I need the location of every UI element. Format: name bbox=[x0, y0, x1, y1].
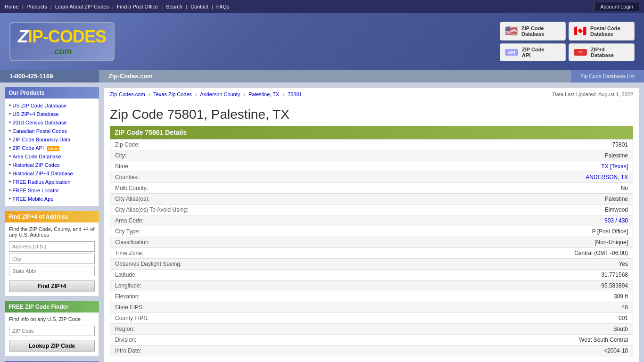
ca-postal-database-button[interactable]: 🇨🇦 Postal CodeDatabase bbox=[569, 22, 635, 41]
page-title: Zip Code 75801, Palestine, TX bbox=[110, 107, 633, 122]
sidebar-item-canadian[interactable]: Canadian Postal Codes bbox=[13, 128, 67, 134]
breadcrumb-75801[interactable]: 75801 bbox=[288, 91, 302, 97]
sidebar-item-area-code[interactable]: Area Code Database bbox=[13, 154, 61, 159]
database-buttons: 🇺🇸 ZIP CodeDatabase 🇨🇦 Postal CodeDataba… bbox=[500, 22, 635, 61]
detail-value: 001 bbox=[205, 313, 633, 324]
detail-value: Palestine bbox=[205, 194, 633, 205]
detail-label: City Alias(es): bbox=[110, 194, 205, 205]
logo-subtitle: .com bbox=[52, 47, 72, 57]
us-flag-icon: 🇺🇸 bbox=[505, 25, 518, 37]
detail-link[interactable]: 903 / 430 bbox=[604, 217, 628, 224]
sidebar-item-census[interactable]: 2010 Census Database bbox=[13, 120, 67, 125]
sidebar: Our Products US ZIP Code Database US ZIP… bbox=[5, 87, 99, 362]
city-input[interactable] bbox=[9, 254, 95, 264]
table-row: Multi County:No bbox=[110, 183, 633, 194]
detail-link[interactable]: ANDERSON, TX bbox=[586, 174, 628, 181]
table-row: County FIPS:001 bbox=[110, 313, 633, 324]
sidebar-item-radius[interactable]: FREE Radius Application bbox=[13, 179, 71, 185]
find-zip4-button[interactable]: Find ZIP+4 bbox=[9, 280, 95, 292]
table-row: Zip Code:75801 bbox=[110, 140, 633, 150]
table-row: State FIPS:48 bbox=[110, 302, 633, 313]
state-input[interactable] bbox=[9, 266, 95, 276]
detail-label: City Type: bbox=[110, 226, 205, 237]
breadcrumb-texas[interactable]: Texas Zip Codes bbox=[153, 91, 192, 97]
detail-label: Time Zone: bbox=[110, 248, 205, 259]
free-finder-body: Find info on any U.S. ZIP Code Lookup ZI… bbox=[5, 313, 99, 356]
phone-number: 1-800-425-1169 bbox=[0, 70, 99, 82]
data-updated: Data Last Updated: August 1, 2022 bbox=[553, 91, 633, 97]
detail-label: Zip Code: bbox=[110, 140, 205, 150]
find-zip4-body: Find the ZIP Code, County, and +4 of any… bbox=[5, 222, 99, 296]
table-row: Longitude:-95.583894 bbox=[110, 280, 633, 291]
detail-label: State: bbox=[110, 161, 205, 172]
nav-home[interactable]: Home bbox=[5, 4, 18, 9]
zip4-icon: +4 bbox=[574, 49, 587, 56]
sidebar-item-mobile-app[interactable]: FREE Mobile App bbox=[13, 196, 54, 202]
detail-label: Elevation: bbox=[110, 291, 205, 302]
account-login-button[interactable]: Account Login bbox=[594, 2, 639, 11]
detail-label: City: bbox=[110, 150, 205, 161]
zip-code-input[interactable] bbox=[9, 326, 95, 336]
detail-label: City Alias(es) To Avoid Using: bbox=[110, 205, 205, 215]
sidebar-item-historical-zip4[interactable]: Historical ZIP+4 Database bbox=[13, 171, 73, 176]
detail-value: 389 ft bbox=[205, 291, 633, 302]
zip4-database-button[interactable]: +4 ZIP+4Database bbox=[569, 43, 635, 61]
nav-faqs[interactable]: FAQs bbox=[216, 4, 230, 9]
detail-label: Multi County: bbox=[110, 183, 205, 194]
table-row: Observes Daylight Saving:Yes bbox=[110, 259, 633, 270]
table-row: Time Zone:Central (GMT -06:00) bbox=[110, 248, 633, 259]
details-section: ZIP Code 75801 Details Zip Code:75801Cit… bbox=[104, 126, 639, 362]
detail-link[interactable]: TX [Texas] bbox=[601, 163, 628, 170]
nav-search[interactable]: Search bbox=[166, 4, 182, 9]
breadcrumb-zipcodes[interactable]: Zip-Codes.com bbox=[110, 91, 145, 97]
breadcrumb-palestine[interactable]: Palestine, TX bbox=[248, 91, 279, 97]
details-header: ZIP Code 75801 Details bbox=[110, 126, 633, 139]
detail-label: Classification: bbox=[110, 237, 205, 248]
nav-contact[interactable]: Contact bbox=[190, 4, 208, 9]
api-label: ZIP CodeAPI bbox=[522, 47, 544, 58]
table-row: State:TX [Texas] bbox=[110, 161, 633, 172]
main-content: Zip-Codes.com › Texas Zip Codes › Anders… bbox=[104, 87, 639, 362]
ca-flag-icon: 🇨🇦 bbox=[574, 25, 586, 37]
detail-value: No bbox=[205, 183, 633, 194]
detail-label: Area Code: bbox=[110, 215, 205, 226]
detail-value: [Non-Unique] bbox=[205, 237, 633, 248]
phone-bar: 1-800-425-1169 Zip-Codes.com Zip Code Da… bbox=[0, 70, 644, 82]
detail-value[interactable]: ANDERSON, TX bbox=[205, 172, 633, 183]
detail-label: Longitude: bbox=[110, 280, 205, 291]
nav-find-post-office[interactable]: Find a Post Office bbox=[117, 4, 158, 9]
nav-learn-zip[interactable]: Learn About ZIP Codes bbox=[55, 4, 109, 9]
zip-api-button[interactable]: API ZIP CodeAPI bbox=[500, 43, 566, 61]
top-navigation: Home | Products | Learn About ZIP Codes … bbox=[0, 0, 644, 13]
table-row: City Alias(es) To Avoid Using:Elmwood bbox=[110, 205, 633, 215]
detail-label: Intro Date: bbox=[110, 346, 205, 356]
nav-links: Home | Products | Learn About ZIP Codes … bbox=[5, 4, 229, 9]
detail-value[interactable]: TX [Texas] bbox=[205, 161, 633, 172]
table-row: Latitude:31.771568 bbox=[110, 270, 633, 280]
zip4-label: ZIP+4Database bbox=[591, 47, 614, 58]
db-list-link[interactable]: Zip Code Database List bbox=[571, 71, 644, 82]
breadcrumb-anderson[interactable]: Anderson County bbox=[200, 91, 240, 97]
lookup-zip-button[interactable]: Lookup ZIP Code bbox=[9, 340, 95, 352]
us-zip-label: ZIP CodeDatabase bbox=[521, 25, 545, 37]
nav-products[interactable]: Products bbox=[26, 4, 47, 9]
address-input[interactable] bbox=[9, 241, 95, 252]
detail-value[interactable]: 903 / 430 bbox=[205, 215, 633, 226]
sidebar-item-historical-zip[interactable]: Historical ZIP Codes bbox=[13, 162, 60, 168]
detail-label: Region: bbox=[110, 324, 205, 335]
header: ZIP-CODES .com 🇺🇸 ZIP CodeDatabase 🇨🇦 Po… bbox=[0, 13, 644, 70]
main-layout: Our Products US ZIP Code Database US ZIP… bbox=[0, 82, 644, 362]
logo[interactable]: ZIP-CODES .com bbox=[9, 22, 115, 61]
our-products-title: Our Products bbox=[5, 87, 99, 99]
sidebar-item-us-zip4[interactable]: US ZIP+4 Database bbox=[13, 111, 59, 117]
sidebar-item-boundary[interactable]: ZIP Code Boundary Data bbox=[13, 137, 71, 142]
sidebar-item-api[interactable]: ZIP Code API NEW! bbox=[13, 145, 60, 151]
detail-label: Latitude: bbox=[110, 270, 205, 280]
sidebar-item-store-locator[interactable]: FREE Store Locator bbox=[13, 188, 59, 193]
logo-area: ZIP-CODES .com bbox=[9, 22, 115, 61]
site-name-bar: Zip-Codes.com bbox=[99, 70, 571, 82]
detail-value: Central (GMT -06:00) bbox=[205, 248, 633, 259]
sidebar-item-us-zip[interactable]: US ZIP Code Database bbox=[13, 103, 67, 108]
us-zip-database-button[interactable]: 🇺🇸 ZIP CodeDatabase bbox=[500, 22, 566, 41]
table-row: Classification:[Non-Unique] bbox=[110, 237, 633, 248]
